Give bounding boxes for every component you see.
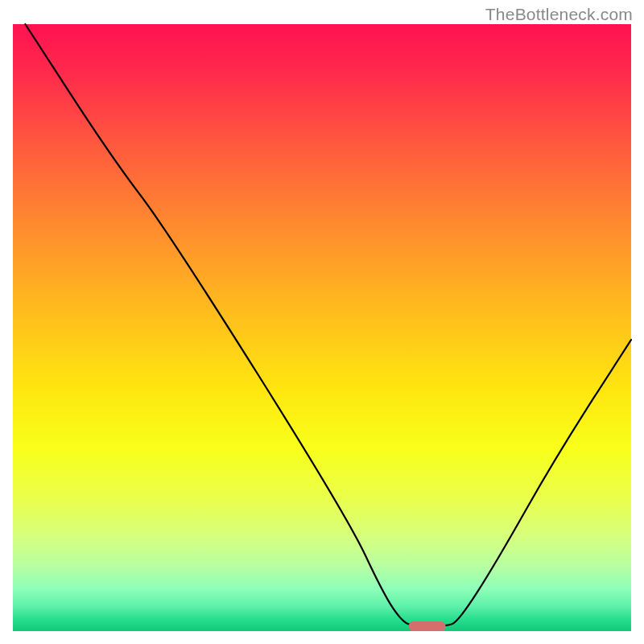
- gradient-background: [13, 24, 631, 631]
- chart-container: TheBottleneck.com: [0, 0, 644, 644]
- watermark-text: TheBottleneck.com: [485, 5, 633, 24]
